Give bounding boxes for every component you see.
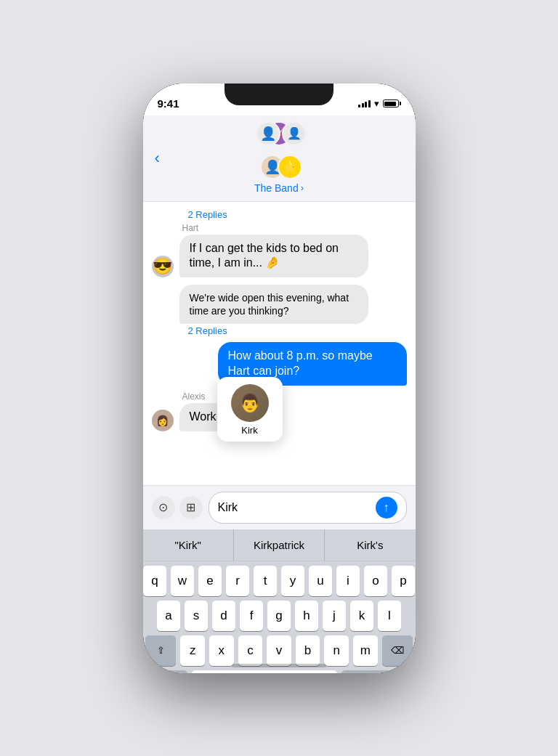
return-key[interactable]: return: [341, 670, 407, 673]
mention-name: Kirk: [241, 425, 257, 436]
key-e[interactable]: e: [198, 566, 222, 596]
camera-button[interactable]: ⊙: [152, 496, 175, 519]
key-y[interactable]: y: [281, 566, 304, 596]
key-j[interactable]: j: [323, 601, 346, 631]
message-row-1: 😎 Hart If I can get the kids to bed on t…: [152, 223, 407, 278]
key-a[interactable]: a: [157, 601, 180, 631]
shift-key[interactable]: ⇧: [145, 635, 176, 666]
key-d[interactable]: d: [212, 601, 235, 631]
group-title-chevron: ›: [301, 182, 304, 193]
autocomplete-text-0: "Kirk": [174, 539, 201, 551]
camera-icon: ⊙: [158, 500, 168, 514]
autocomplete-bar: "Kirk" Kirkpatrick Kirk's: [143, 529, 416, 561]
group-avatars[interactable]: 🎸 👤 👤 👤 ⭐: [250, 121, 308, 179]
keyboard-row-3: ⇧ z x c v b n m ⌫: [146, 635, 413, 666]
status-icons: ▾: [358, 98, 401, 109]
appstore-icon: ⊞: [186, 500, 195, 514]
key-z[interactable]: z: [180, 635, 205, 666]
avatar-3: 👤: [282, 121, 307, 146]
autocomplete-item-1[interactable]: Kirkpatrick: [234, 529, 325, 561]
key-u[interactable]: u: [309, 566, 332, 596]
group-title[interactable]: The Band ›: [254, 182, 304, 194]
key-q[interactable]: q: [143, 566, 166, 596]
keyboard-row-4: 123 space return: [146, 670, 413, 673]
notch: [225, 84, 333, 105]
key-p[interactable]: p: [392, 566, 415, 596]
backspace-key[interactable]: ⌫: [382, 635, 413, 666]
key-m[interactable]: m: [353, 635, 378, 666]
text-input-value[interactable]: Kirk: [218, 501, 238, 514]
key-c[interactable]: c: [238, 635, 263, 666]
key-t[interactable]: t: [254, 566, 277, 596]
autocomplete-text-2: Kirk's: [357, 539, 383, 551]
message-row-4-container: 👩 Alexis Work 👨 Kirk: [152, 391, 407, 431]
replies-count-1[interactable]: 2 Replies: [188, 209, 407, 220]
replies-link-2[interactable]: We're wide open this evening, what time …: [152, 285, 407, 336]
message-row-2: We're wide open this evening, what time …: [152, 285, 407, 324]
phone-screen: 9:41 ▾ ‹: [143, 84, 416, 673]
replies-link-1[interactable]: 2 Replies: [152, 209, 407, 220]
signal-icon: [358, 100, 371, 107]
sender-hart: Hart: [182, 223, 368, 233]
autocomplete-item-2[interactable]: Kirk's: [325, 529, 415, 561]
key-w[interactable]: w: [171, 566, 194, 596]
keyboard-row-2: a s d f g h j k l: [146, 601, 413, 631]
keyboard-row-1: q w e r t y u i o p: [146, 566, 413, 596]
group-name: The Band: [254, 182, 299, 194]
appstore-button[interactable]: ⊞: [179, 496, 203, 519]
battery-icon: [383, 99, 401, 107]
autocomplete-item-0[interactable]: "Kirk": [143, 529, 234, 561]
avatar-5: ⭐: [278, 155, 302, 179]
key-n[interactable]: n: [324, 635, 349, 666]
home-indicator: [232, 664, 326, 667]
space-key[interactable]: space: [192, 670, 337, 673]
key-f[interactable]: f: [240, 601, 263, 631]
input-icons: ⊙ ⊞: [152, 496, 203, 519]
wifi-icon: ▾: [374, 98, 379, 109]
key-x[interactable]: x: [209, 635, 234, 666]
back-button[interactable]: ‹: [155, 150, 160, 166]
nav-header: ‹ 🎸 👤 👤 👤 ⭐ The Band ›: [143, 115, 416, 202]
message-column-1: Hart If I can get the kids to bed on tim…: [179, 223, 368, 278]
chat-area: 2 Replies 😎 Hart If I can get the kids t…: [143, 202, 416, 485]
keyboard: q w e r t y u i o p a s d f g h j k: [143, 561, 416, 673]
key-h[interactable]: h: [295, 601, 318, 631]
key-v[interactable]: v: [267, 635, 291, 666]
chevron-left-icon: ‹: [155, 150, 160, 166]
bubble-2: We're wide open this evening, what time …: [179, 285, 368, 324]
input-bar: ⊙ ⊞ Kirk ↑: [143, 485, 416, 529]
numbers-key[interactable]: 123: [151, 670, 187, 673]
mention-popup[interactable]: 👨 Kirk: [217, 377, 283, 442]
key-o[interactable]: o: [364, 566, 387, 596]
key-l[interactable]: l: [378, 601, 401, 631]
key-g[interactable]: g: [267, 601, 291, 631]
text-input-wrapper[interactable]: Kirk ↑: [209, 492, 407, 524]
bubble-1: If I can get the kids to bed on time, I …: [179, 235, 368, 278]
avatar-hart: 😎: [152, 256, 174, 277]
status-time: 9:41: [158, 97, 179, 110]
autocomplete-text-1: Kirkpatrick: [254, 539, 304, 551]
send-button[interactable]: ↑: [376, 497, 397, 519]
key-k[interactable]: k: [350, 601, 373, 631]
avatar-2: 👤: [256, 121, 280, 146]
key-r[interactable]: r: [226, 566, 249, 596]
mention-avatar: 👨: [231, 384, 269, 422]
key-b[interactable]: b: [296, 635, 320, 666]
replies-count-2[interactable]: 2 Replies: [188, 325, 407, 336]
send-icon: ↑: [384, 501, 389, 514]
key-i[interactable]: i: [336, 566, 360, 596]
avatar-alexis: 👩: [152, 410, 174, 431]
phone-device: 9:41 ▾ ‹: [143, 84, 416, 673]
key-s[interactable]: s: [185, 601, 208, 631]
